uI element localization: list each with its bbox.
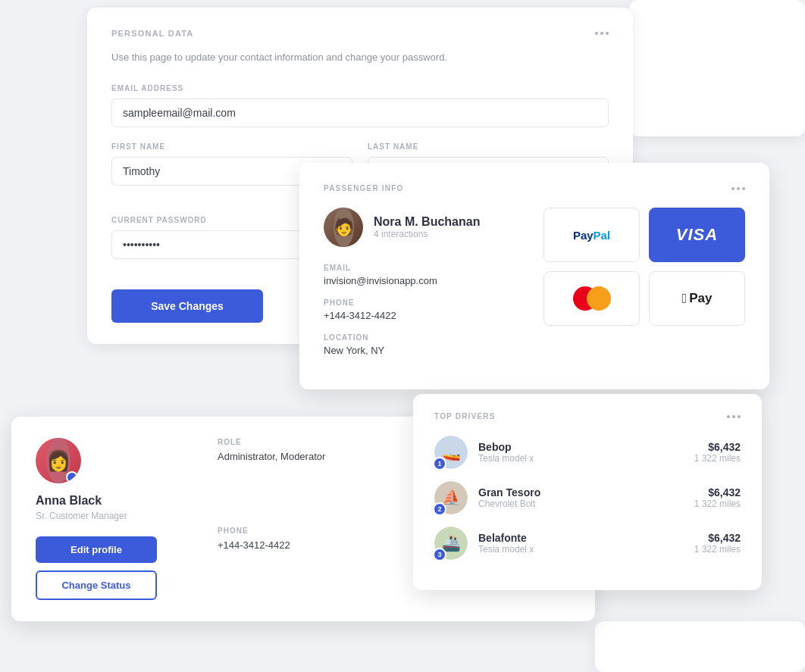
driver-amount-3: $6,432 [694,532,741,544]
personal-data-header: PERSONAL DATA [111,29,609,38]
driver-item-2: ⛵ 2 Gran Tesoro Chevrolet Bolt $6,432 1 … [434,481,741,514]
change-status-button[interactable]: Change Status [36,570,157,600]
driver-stats-1: $6,432 1 322 miles [694,441,741,464]
passenger-header: PASSENGER INFO [324,184,745,192]
passenger-phone-block: PHONE +144-3412-4422 [324,298,525,321]
passenger-info-card: PASSENGER INFO 🧑 Nora M. Buchanan 4 inte… [299,163,769,389]
applepay-text: Pay [689,291,712,306]
profile-role-value: Administrator, Moderator [218,451,371,462]
top-drivers-card: TOP DRIVERS 🚤 1 Bebop Tesla model x $6,4… [413,394,762,590]
passenger-email-label: EMAIL [324,264,525,272]
passenger-info-title: PASSENGER INFO [324,184,404,192]
email-input[interactable] [111,98,609,127]
passenger-email-block: EMAIL invision@invisionapp.com [324,264,525,286]
visa-card[interactable]: VISA [649,208,745,262]
drivers-menu[interactable] [727,415,741,418]
personal-data-title: PERSONAL DATA [111,29,194,38]
driver-item-1: 🚤 1 Bebop Tesla model x $6,432 1 322 mil… [434,436,741,469]
email-label: EMAIL ADDRESS [111,84,609,92]
driver-rank-3: 🚢 3 [434,527,468,560]
rank-badge-2: 2 [433,502,446,516]
passenger-interactions: 4 interactions [374,229,480,239]
passenger-right: PayPal VISA  Pay [543,208,745,368]
driver-amount-1: $6,432 [694,441,741,453]
driver-car-2: Chevrolet Bolt [478,499,684,509]
driver-info-1: Bebop Tesla model x [478,441,684,464]
dot-3 [742,187,745,190]
driver-amount-2: $6,432 [694,486,741,499]
profile-role-block: ROLE Administrator, Moderator [218,438,371,511]
driver-rank-1: 🚤 1 [434,436,468,469]
dot-2 [600,32,603,35]
profile-left: 👩 Anna Black Sr. Customer Manager Edit p… [36,438,187,600]
passenger-menu[interactable] [731,187,745,190]
passenger-body: 🧑 Nora M. Buchanan 4 interactions EMAIL … [324,208,745,368]
passenger-phone-label: PHONE [324,298,525,307]
driver-item-3: 🚢 3 Belafonte Tesla model x $6,432 1 322… [434,527,741,560]
mastercard-orange-circle [587,286,611,311]
driver-info-2: Gran Tesoro Chevrolet Bolt [478,486,684,509]
bg-card-bottom [595,621,805,672]
driver-miles-2: 1 322 miles [694,499,741,509]
profile-role-label: ROLE [218,438,371,446]
first-name-label: FIRST NAME [111,142,352,151]
applepay-logo:  Pay [682,291,713,307]
payment-grid: PayPal VISA  Pay [543,208,745,326]
mastercard-card[interactable] [543,271,640,326]
passenger-name-block: Nora M. Buchanan 4 interactions [374,215,480,239]
rank-badge-3: 3 [433,548,446,561]
driver-stats-3: $6,432 1 322 miles [694,532,741,555]
driver-info-3: Belafonte Tesla model x [478,532,684,555]
dot-2 [737,187,740,190]
passenger-location-block: LOCATION New York, NY [324,333,525,356]
paypal-card[interactable]: PayPal [543,208,640,262]
profile-phone-block: PHONE +144-3412-4422 [218,527,371,600]
driver-car-1: Tesla model x [478,453,684,464]
dot-1 [727,415,730,418]
anna-face-icon: 👩 [46,438,70,483]
driver-name-1: Bebop [478,441,684,453]
profile-avatar: 👩 [36,438,81,483]
dot-2 [732,415,735,418]
driver-stats-2: $6,432 1 322 miles [694,486,741,509]
rank-badge-1: 1 [433,457,446,470]
driver-name-2: Gran Tesoro [478,486,684,499]
dot-3 [738,415,741,418]
edit-profile-button[interactable]: Edit profile [36,536,157,563]
save-changes-button[interactable]: Save Changes [111,289,263,323]
passenger-email-value: invision@invisionapp.com [324,275,525,286]
driver-miles-3: 1 322 miles [694,544,741,555]
dot-1 [595,32,598,35]
mastercard-logo [573,286,611,311]
dot-3 [606,32,609,35]
passenger-location-label: LOCATION [324,333,525,342]
nora-face-icon: 🧑 [334,208,354,247]
driver-rank-2: ⛵ 2 [434,481,468,514]
top-drivers-title: TOP DRIVERS [434,412,496,420]
paypal-logo: PayPal [573,229,610,242]
driver-name-3: Belafonte [478,532,684,544]
profile-role: Sr. Customer Manager [36,511,127,521]
email-group: EMAIL ADDRESS [111,84,609,127]
passenger-name: Nora M. Buchanan [374,215,480,229]
profile-phone-value: +144-3412-4422 [218,539,371,551]
applepay-card[interactable]:  Pay [649,271,745,326]
visa-logo: VISA [676,225,718,245]
bg-card-right [629,0,805,136]
personal-data-subtitle: Use this page to update your contact inf… [111,52,609,63]
last-name-label: LAST NAME [368,142,609,151]
personal-data-menu[interactable] [595,32,609,35]
drivers-header: TOP DRIVERS [434,412,741,420]
passenger-profile: 🧑 Nora M. Buchanan 4 interactions [324,208,525,247]
passenger-left: 🧑 Nora M. Buchanan 4 interactions EMAIL … [324,208,525,368]
profile-phone-label: PHONE [218,527,371,535]
apple-icon:  [682,291,688,307]
passenger-location-value: New York, NY [324,345,525,356]
dot-1 [731,187,735,190]
driver-car-3: Tesla model x [478,544,684,555]
passenger-phone-value: +144-3412-4422 [324,310,525,321]
driver-miles-1: 1 322 miles [694,453,741,464]
profile-name: Anna Black [36,494,102,508]
passenger-avatar: 🧑 [324,208,363,247]
